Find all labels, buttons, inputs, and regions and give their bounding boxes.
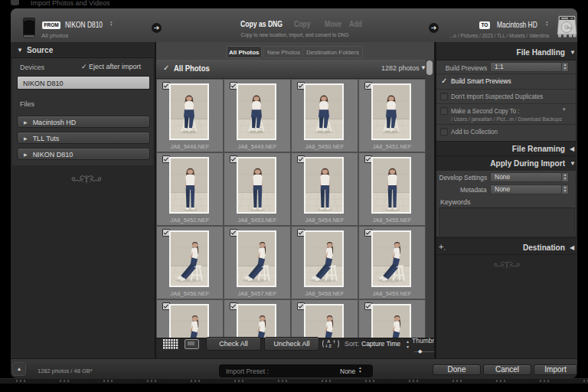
svg-text:Z: Z <box>329 344 332 348</box>
